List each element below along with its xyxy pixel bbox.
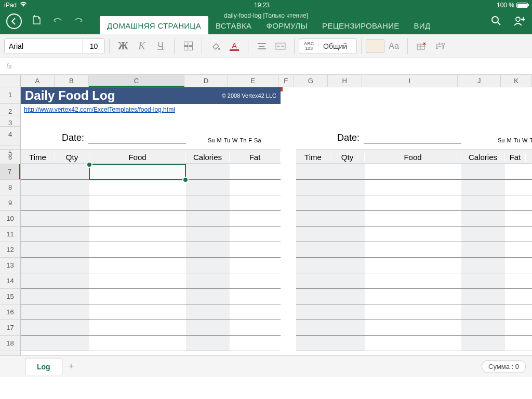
column-headers: A B C D E F G H I J K <box>0 75 532 87</box>
table-row[interactable] <box>21 289 281 304</box>
table-row[interactable] <box>296 336 532 351</box>
table-row[interactable] <box>296 258 532 273</box>
row-header-5[interactable]: 5 <box>0 145 20 150</box>
align-button[interactable] <box>252 38 271 55</box>
col-header-I[interactable]: I <box>362 75 458 87</box>
col-header-K[interactable]: K <box>501 75 532 87</box>
formula-bar[interactable]: fx <box>0 58 532 75</box>
table-row[interactable] <box>296 211 532 227</box>
row-header-1[interactable]: 1 <box>0 87 20 104</box>
date-input-right[interactable] <box>364 133 461 143</box>
col-header-B[interactable]: B <box>55 75 88 87</box>
share-icon[interactable] <box>513 15 526 29</box>
table-row[interactable] <box>21 320 281 336</box>
table-row[interactable] <box>296 273 532 289</box>
row-headers: 1 2 3 4 5 6 7 8 9 10 11 12 13 14 15 16 1… <box>0 87 21 367</box>
table-row[interactable] <box>21 336 281 351</box>
col-header-C[interactable]: C <box>89 75 185 87</box>
row-header-15[interactable]: 15 <box>0 289 20 304</box>
sheet-title-row: Daily Food Log © 2008 Vertex42 LLC <box>21 87 281 104</box>
undo-button[interactable] <box>52 16 63 28</box>
row-header-18[interactable]: 18 <box>0 336 20 351</box>
table-row[interactable] <box>21 211 281 227</box>
add-sheet-button[interactable]: + <box>69 361 74 372</box>
table-row[interactable] <box>21 304 281 320</box>
table-row[interactable] <box>296 195 532 211</box>
row-header-7[interactable]: 7 <box>0 164 20 180</box>
table-row[interactable] <box>21 227 281 242</box>
bold-button[interactable]: Ж <box>114 38 132 55</box>
weekday-labels-left: SuMTuWThFSa <box>208 137 261 143</box>
status-sum[interactable]: Сумма : 0 <box>482 360 526 373</box>
select-all-corner[interactable] <box>0 75 21 87</box>
file-actions-icon[interactable] <box>31 15 43 29</box>
svg-point-0 <box>492 17 498 23</box>
cell-styles-button[interactable] <box>366 38 384 55</box>
row-header-3[interactable]: 3 <box>0 115 20 127</box>
date-input-left[interactable] <box>88 133 186 143</box>
insert-delete-button[interactable] <box>412 38 431 55</box>
sheet-tab-log[interactable]: Log <box>25 358 62 375</box>
table-row[interactable] <box>21 273 281 289</box>
table-row[interactable] <box>21 258 281 273</box>
font-color-button[interactable]: А <box>225 38 244 55</box>
italic-button[interactable]: К <box>132 38 151 55</box>
row-header-4[interactable]: 4 <box>0 127 20 145</box>
borders-button[interactable] <box>179 38 197 55</box>
col-header-J[interactable]: J <box>458 75 501 87</box>
col-header-E[interactable]: E <box>228 75 278 87</box>
row-header-11[interactable]: 11 <box>0 227 20 242</box>
svg-rect-4 <box>417 44 424 49</box>
row-header-9[interactable]: 9 <box>0 195 20 211</box>
search-icon[interactable] <box>490 15 502 29</box>
redo-button[interactable] <box>73 16 84 28</box>
ios-status-bar: iPad 19:23 100 % <box>0 0 532 10</box>
table-row[interactable] <box>296 304 532 320</box>
status-time: 19:23 <box>254 2 270 9</box>
row-header-14[interactable]: 14 <box>0 273 20 289</box>
table-row[interactable] <box>296 227 532 242</box>
text-size-button[interactable]: Aa <box>384 38 403 55</box>
row-header-17[interactable]: 17 <box>0 320 20 336</box>
row-header-8[interactable]: 8 <box>0 180 20 195</box>
row-header-2[interactable]: 2 <box>0 104 20 115</box>
table-row[interactable] <box>296 164 532 180</box>
svg-rect-3 <box>276 43 285 49</box>
svg-point-1 <box>516 17 520 21</box>
font-size-field[interactable]: 10 <box>83 39 104 54</box>
row-header-10[interactable]: 10 <box>0 211 20 227</box>
template-link[interactable]: http://www.vertex42.com/ExcelTemplates/f… <box>24 106 175 113</box>
number-format-icon: ABC123 <box>299 39 319 54</box>
weekday-labels-right: SuMTuWTh <box>498 137 532 143</box>
row-header-12[interactable]: 12 <box>0 242 20 258</box>
row-header-16[interactable]: 16 <box>0 304 20 320</box>
table-row[interactable] <box>21 180 281 195</box>
table-row[interactable] <box>296 289 532 304</box>
sheet-copyright: © 2008 Vertex42 LLC <box>222 92 276 99</box>
table-row[interactable] <box>21 164 281 180</box>
sort-filter-button[interactable] <box>431 38 449 55</box>
row-header-13[interactable]: 13 <box>0 258 20 273</box>
col-header-F[interactable]: F <box>278 75 294 87</box>
table-row[interactable] <box>21 242 281 258</box>
font-selector[interactable]: Arial 10 <box>4 38 105 54</box>
left-day-section: Date: SuMTuWThFSa Time Qty Food Calories… <box>21 127 281 351</box>
fill-color-button[interactable] <box>206 38 225 55</box>
col-header-H[interactable]: H <box>328 75 362 87</box>
table-row[interactable] <box>21 195 281 211</box>
font-name-field[interactable]: Arial <box>5 39 83 54</box>
table-row[interactable] <box>296 180 532 195</box>
battery-percent: 100 % <box>497 2 514 9</box>
col-header-D[interactable]: D <box>184 75 228 87</box>
merge-button[interactable] <box>271 38 290 55</box>
underline-button[interactable]: Ч <box>151 38 170 55</box>
row-header-6[interactable]: 6 <box>0 150 20 164</box>
table-row[interactable] <box>296 320 532 336</box>
date-label-left: Date: <box>21 132 88 143</box>
col-header-G[interactable]: G <box>294 75 328 87</box>
formula-input[interactable] <box>12 62 526 71</box>
col-header-A[interactable]: A <box>21 75 55 87</box>
spreadsheet-grid[interactable]: A B C D E F G H I J K 1 2 3 4 5 6 7 8 9 … <box>0 75 532 377</box>
number-format-selector[interactable]: ABC123 Общий <box>299 38 357 54</box>
table-row[interactable] <box>296 242 532 258</box>
